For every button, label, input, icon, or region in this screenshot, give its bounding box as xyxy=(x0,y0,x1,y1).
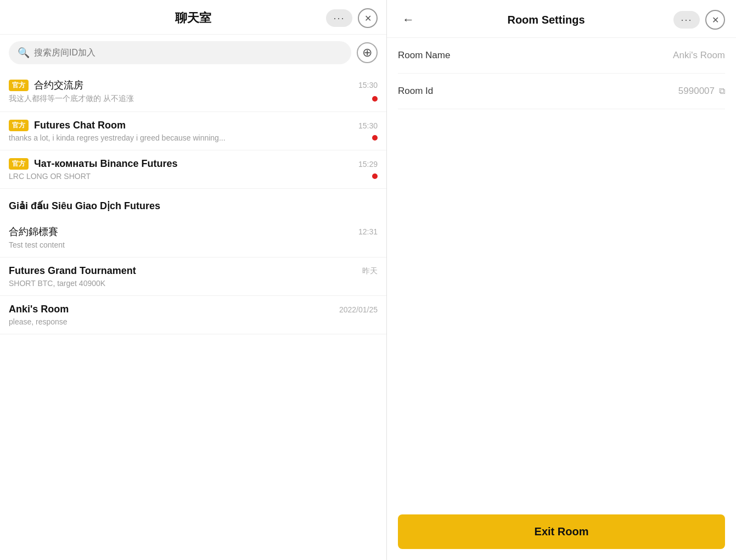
room-item-official-1[interactable]: 官方 合约交流房 15:30 我这人都得等一个底才做的 从不追涨 xyxy=(0,71,386,112)
right-close-button[interactable]: ✕ xyxy=(705,10,725,30)
tournament-room-name-2: Futures Grand Tournament xyxy=(9,265,136,277)
official-badge-1: 官方 xyxy=(9,80,29,91)
room-time-1: 15:30 xyxy=(358,81,378,89)
right-header: ← Room Settings ··· ✕ xyxy=(387,0,736,38)
room-item-tournament-3[interactable]: Anki's Room 2022/01/25 please, response xyxy=(0,296,386,334)
settings-row-room-id: Room Id 5990007 ⧉ xyxy=(398,74,725,109)
left-dots-button[interactable]: ··· xyxy=(326,9,352,27)
settings-spacer xyxy=(387,271,736,503)
room-time-2: 15:30 xyxy=(358,121,378,130)
room-item-official-2[interactable]: 官方 Futures Chat Room 15:30 thanks a lot,… xyxy=(0,112,386,150)
room-name-1: 合约交流房 xyxy=(34,79,83,92)
unread-dot-2 xyxy=(372,135,378,141)
room-name-value: Anki's Room xyxy=(673,50,725,61)
tournament-room-name-1: 合約錦標賽 xyxy=(9,225,58,238)
exit-room-button[interactable]: Exit Room xyxy=(398,514,725,549)
left-panel-title: 聊天室 xyxy=(175,10,211,26)
tournament-room-preview-3: please, response xyxy=(9,317,378,326)
room-preview-3: LRC LONG OR SHORT xyxy=(9,172,368,181)
back-button[interactable]: ← xyxy=(398,10,419,29)
room-name-label: Room Name xyxy=(398,50,450,61)
exit-btn-wrap: Exit Room xyxy=(387,503,736,560)
tournament-room-name-3: Anki's Room xyxy=(9,304,69,315)
room-item-tournament-2[interactable]: Futures Grand Tournament 昨天 SHORT BTC, t… xyxy=(0,257,386,296)
unread-dot-1 xyxy=(372,96,378,102)
right-dots-button[interactable]: ··· xyxy=(673,11,700,29)
room-list: 官方 合约交流房 15:30 我这人都得等一个底才做的 从不追涨 官方 Futu… xyxy=(0,71,386,560)
section-header-tournament: Giải đấu Siêu Giao Dịch Futures xyxy=(0,189,386,217)
search-icon: 🔍 xyxy=(18,47,30,59)
tournament-room-time-1: 12:31 xyxy=(358,227,378,236)
tournament-room-time-3: 2022/01/25 xyxy=(339,305,378,314)
search-input-wrap: 🔍 xyxy=(9,41,351,64)
official-badge-3: 官方 xyxy=(9,158,29,170)
copy-icon[interactable]: ⧉ xyxy=(719,86,725,96)
section-title-tournament: Giải đấu Siêu Giao Dịch Futures xyxy=(9,200,160,211)
settings-content: Room Name Anki's Room Room Id 5990007 ⧉ xyxy=(387,38,736,271)
room-preview-2: thanks a lot, i kinda regres yestreday i… xyxy=(9,133,368,142)
room-time-3: 15:29 xyxy=(358,160,378,169)
unread-dot-3 xyxy=(372,173,378,179)
room-item-tournament-1[interactable]: 合約錦標賽 12:31 Test test content xyxy=(0,217,386,257)
tournament-room-preview-1: Test test content xyxy=(9,240,378,249)
room-item-official-3[interactable]: 官方 Чат-комнаты Binance Futures 15:29 LRC… xyxy=(0,150,386,189)
tournament-room-time-2: 昨天 xyxy=(362,266,378,276)
right-header-actions: ··· ✕ xyxy=(673,10,725,30)
left-close-button[interactable]: ✕ xyxy=(358,8,378,28)
room-id-number: 5990007 xyxy=(678,86,715,97)
room-name-3: Чат-комнаты Binance Futures xyxy=(34,158,177,170)
room-name-2: Futures Chat Room xyxy=(34,120,126,131)
left-header-actions: ··· ✕ xyxy=(326,8,378,28)
room-id-label: Room Id xyxy=(398,86,433,97)
right-panel: ← Room Settings ··· ✕ Room Name Anki's R… xyxy=(387,0,736,560)
room-id-value: 5990007 ⧉ xyxy=(678,86,725,97)
tournament-room-preview-2: SHORT BTC, target 40900K xyxy=(9,279,378,288)
search-input[interactable] xyxy=(34,48,342,58)
search-bar: 🔍 ⊕ xyxy=(0,35,386,71)
right-panel-title: Room Settings xyxy=(424,14,668,26)
left-header: 聊天室 ··· ✕ xyxy=(0,0,386,35)
room-preview-1: 我这人都得等一个底才做的 从不追涨 xyxy=(9,94,368,104)
official-badge-2: 官方 xyxy=(9,120,29,131)
add-room-button[interactable]: ⊕ xyxy=(357,42,378,63)
left-panel: 聊天室 ··· ✕ 🔍 ⊕ 官方 合约交流房 15:30 我这人都得等一个底才做… xyxy=(0,0,387,560)
settings-row-room-name: Room Name Anki's Room xyxy=(398,38,725,74)
